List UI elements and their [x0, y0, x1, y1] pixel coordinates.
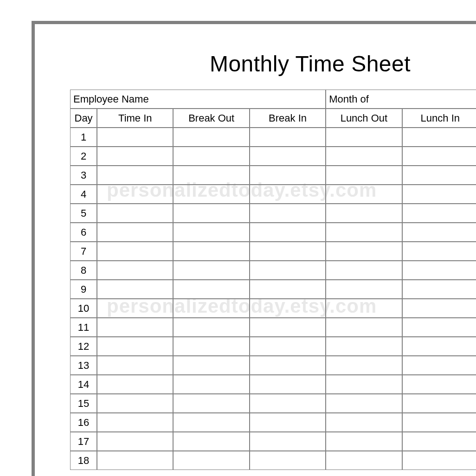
time-cell[interactable] — [250, 166, 326, 185]
time-cell[interactable] — [402, 375, 476, 394]
time-cell[interactable] — [402, 337, 476, 356]
time-cell[interactable] — [97, 356, 173, 375]
time-cell[interactable] — [97, 337, 173, 356]
time-cell[interactable] — [326, 261, 402, 280]
time-cell[interactable] — [173, 185, 249, 204]
time-cell[interactable] — [173, 394, 249, 413]
table-row: 17 — [70, 432, 476, 451]
time-cell[interactable] — [402, 204, 476, 223]
month-of-label: Month of — [326, 90, 476, 109]
time-cell[interactable] — [402, 261, 476, 280]
time-cell[interactable] — [402, 318, 476, 337]
time-cell[interactable] — [326, 375, 402, 394]
time-cell[interactable] — [173, 223, 249, 242]
time-cell[interactable] — [173, 318, 249, 337]
time-cell[interactable] — [326, 432, 402, 451]
time-cell[interactable] — [326, 413, 402, 432]
time-cell[interactable] — [402, 223, 476, 242]
time-cell[interactable] — [173, 299, 249, 318]
time-cell[interactable] — [326, 147, 402, 166]
time-cell[interactable] — [173, 413, 249, 432]
time-cell[interactable] — [173, 147, 249, 166]
time-cell[interactable] — [402, 280, 476, 299]
time-cell[interactable] — [402, 413, 476, 432]
time-cell[interactable] — [250, 242, 326, 261]
time-cell[interactable] — [402, 147, 476, 166]
table-row: 5 — [70, 204, 476, 223]
time-cell[interactable] — [250, 280, 326, 299]
time-cell[interactable] — [250, 128, 326, 147]
time-cell[interactable] — [97, 242, 173, 261]
time-cell[interactable] — [250, 147, 326, 166]
time-cell[interactable] — [250, 204, 326, 223]
time-cell[interactable] — [97, 166, 173, 185]
table-row: 4 — [70, 185, 476, 204]
time-cell[interactable] — [250, 451, 326, 470]
time-cell[interactable] — [173, 451, 249, 470]
time-cell[interactable] — [173, 261, 249, 280]
time-cell[interactable] — [97, 318, 173, 337]
time-cell[interactable] — [326, 204, 402, 223]
time-cell[interactable] — [173, 280, 249, 299]
time-cell[interactable] — [97, 432, 173, 451]
time-cell[interactable] — [326, 356, 402, 375]
time-cell[interactable] — [402, 451, 476, 470]
time-cell[interactable] — [250, 318, 326, 337]
time-cell[interactable] — [173, 204, 249, 223]
time-cell[interactable] — [97, 375, 173, 394]
time-cell[interactable] — [97, 185, 173, 204]
time-cell[interactable] — [250, 432, 326, 451]
time-cell[interactable] — [250, 185, 326, 204]
time-cell[interactable] — [97, 223, 173, 242]
time-cell[interactable] — [250, 356, 326, 375]
time-cell[interactable] — [250, 394, 326, 413]
time-cell[interactable] — [97, 204, 173, 223]
time-cell[interactable] — [250, 261, 326, 280]
page-title: Monthly Time Sheet — [144, 51, 476, 77]
time-cell[interactable] — [326, 242, 402, 261]
time-cell[interactable] — [326, 337, 402, 356]
time-cell[interactable] — [402, 432, 476, 451]
timesheet-table: Employee Name Month of Day Time In Break… — [70, 90, 476, 470]
time-cell[interactable] — [97, 299, 173, 318]
time-cell[interactable] — [326, 280, 402, 299]
time-cell[interactable] — [326, 299, 402, 318]
time-cell[interactable] — [173, 375, 249, 394]
time-cell[interactable] — [97, 147, 173, 166]
time-cell[interactable] — [402, 242, 476, 261]
time-cell[interactable] — [402, 185, 476, 204]
time-cell[interactable] — [173, 337, 249, 356]
time-cell[interactable] — [173, 432, 249, 451]
time-cell[interactable] — [250, 337, 326, 356]
time-cell[interactable] — [173, 356, 249, 375]
time-cell[interactable] — [97, 451, 173, 470]
time-cell[interactable] — [326, 128, 402, 147]
time-cell[interactable] — [97, 280, 173, 299]
employee-name-label: Employee Name — [70, 90, 326, 109]
time-cell[interactable] — [250, 413, 326, 432]
time-cell[interactable] — [402, 299, 476, 318]
time-cell[interactable] — [97, 394, 173, 413]
time-cell[interactable] — [326, 185, 402, 204]
time-cell[interactable] — [326, 318, 402, 337]
time-cell[interactable] — [326, 451, 402, 470]
time-cell[interactable] — [97, 128, 173, 147]
time-cell[interactable] — [402, 128, 476, 147]
col-header-day: Day — [70, 109, 97, 128]
time-cell[interactable] — [250, 223, 326, 242]
time-cell[interactable] — [250, 375, 326, 394]
time-cell[interactable] — [250, 299, 326, 318]
time-cell[interactable] — [97, 413, 173, 432]
time-cell[interactable] — [173, 166, 249, 185]
time-cell[interactable] — [173, 242, 249, 261]
time-cell[interactable] — [173, 128, 249, 147]
time-cell[interactable] — [326, 394, 402, 413]
time-cell[interactable] — [402, 356, 476, 375]
time-cell[interactable] — [402, 394, 476, 413]
time-cell[interactable] — [97, 261, 173, 280]
time-cell[interactable] — [402, 166, 476, 185]
col-header-time-in: Time In — [97, 109, 173, 128]
time-cell[interactable] — [326, 166, 402, 185]
time-cell[interactable] — [326, 223, 402, 242]
day-number-cell: 7 — [70, 242, 97, 261]
